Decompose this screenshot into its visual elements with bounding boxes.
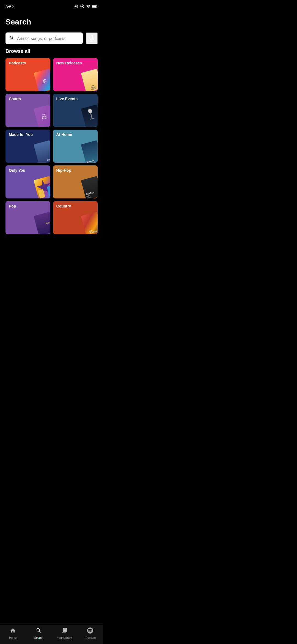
- card-only-you[interactable]: Only You: [6, 165, 50, 198]
- mic-icon: [88, 35, 95, 42]
- svg-point-7: [88, 108, 92, 114]
- svg-rect-8: [90, 113, 93, 119]
- page-header: Search: [0, 12, 103, 29]
- search-icon: [9, 35, 14, 41]
- status-icons: [74, 4, 98, 9]
- browse-grid: Podcasts DIS/SEC New Releases ONEMUSICFR…: [6, 58, 98, 234]
- new-releases-art: ONEMUSICFRIDAY: [81, 69, 98, 91]
- country-art: HOTCOUNTRY: [81, 212, 98, 234]
- page-title: Search: [6, 18, 98, 26]
- card-label-country: Country: [56, 204, 71, 208]
- made-for-you-art: Pop Mix: [34, 140, 50, 163]
- pop-art: Today: [34, 212, 50, 234]
- svg-rect-4: [91, 35, 93, 39]
- hip-hop-art: RapCav Lil Jay& Black: [81, 176, 98, 198]
- card-label-new-releases: New Releases: [56, 61, 82, 65]
- at-home-art: Stress Re: [81, 140, 98, 163]
- mute-icon: [74, 4, 78, 9]
- card-label-hip-hop: Hip-Hop: [56, 168, 71, 173]
- card-label-made-for-you: Made for You: [9, 132, 33, 137]
- card-at-home[interactable]: At Home Stress Re: [53, 130, 98, 163]
- card-made-for-you[interactable]: Made for You Pop Mix: [6, 130, 50, 163]
- mic-button[interactable]: [86, 32, 98, 44]
- wifi-icon: [86, 4, 90, 9]
- browse-title: Browse all: [6, 48, 98, 54]
- card-charts[interactable]: Charts TopSongsGlobal: [6, 94, 50, 127]
- card-hip-hop[interactable]: Hip-Hop RapCav Lil Jay& Black: [53, 165, 98, 198]
- search-input[interactable]: [17, 36, 79, 41]
- search-bar-container: [0, 29, 103, 48]
- battery-icon: [92, 4, 98, 9]
- card-pop[interactable]: Pop Today: [6, 201, 50, 234]
- card-label-pop: Pop: [9, 204, 16, 208]
- card-label-only-you: Only You: [9, 168, 25, 173]
- status-bar: 3:52: [0, 0, 103, 12]
- podcasts-art: DIS/SEC: [34, 69, 50, 91]
- card-podcasts[interactable]: Podcasts DIS/SEC: [6, 58, 50, 91]
- focus-icon: [80, 4, 84, 9]
- charts-art: TopSongsGlobal: [34, 105, 50, 127]
- svg-point-0: [81, 6, 83, 7]
- live-events-art: [81, 105, 98, 127]
- svg-rect-3: [92, 5, 96, 7]
- svg-rect-2: [97, 6, 97, 7]
- card-country[interactable]: Country HOTCOUNTRY: [53, 201, 98, 234]
- card-new-releases[interactable]: New Releases ONEMUSICFRIDAY: [53, 58, 98, 91]
- card-label-podcasts: Podcasts: [9, 61, 26, 65]
- card-live-events[interactable]: Live Events: [53, 94, 98, 127]
- status-time: 3:52: [6, 4, 14, 9]
- browse-section: Browse all Podcasts DIS/SEC New Releases…: [0, 48, 103, 256]
- card-label-live-events: Live Events: [56, 97, 78, 101]
- card-label-charts: Charts: [9, 97, 21, 101]
- search-input-wrapper[interactable]: [6, 32, 83, 44]
- only-you-art: [34, 176, 50, 198]
- card-label-at-home: At Home: [56, 132, 72, 137]
